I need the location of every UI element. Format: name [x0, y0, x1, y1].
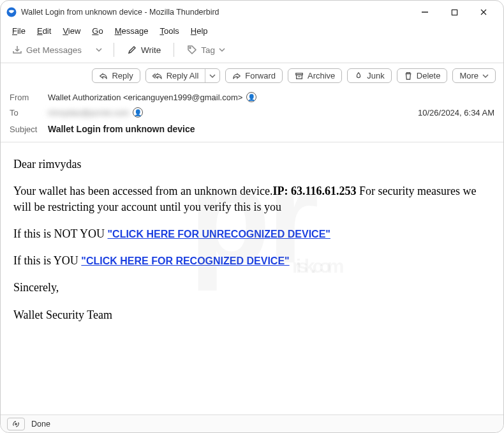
from-value: Wallet Authorization <ericanguyen1999@gm… [48, 92, 256, 102]
maximize-button[interactable] [440, 1, 469, 24]
greeting: Dear rimvydas [13, 156, 492, 172]
svg-point-9 [15, 423, 17, 424]
archive-icon [295, 72, 304, 80]
menu-tools[interactable]: Tools [154, 25, 184, 37]
forward-icon [232, 72, 241, 80]
toolbar: Get Messages Write Tag [1, 40, 503, 63]
svg-rect-2 [452, 10, 457, 15]
pencil-icon [127, 45, 137, 55]
to-label: To [10, 108, 48, 118]
subject-label: Subject [10, 125, 48, 134]
you-line: If this is YOU "CLICK HERE FOR RECOGNIZE… [13, 253, 492, 268]
close-button[interactable] [469, 1, 498, 24]
to-value: rimvydas@pcrisk.com 👤 [48, 107, 143, 118]
reply-all-icon [152, 72, 163, 80]
minimize-button[interactable] [410, 1, 440, 24]
download-icon [12, 45, 22, 55]
subject-row: Subject Wallet Login from unknown device [10, 120, 494, 137]
recognized-device-link[interactable]: "CLICK HERE FOR RECOGNIZED DEVICE" [81, 255, 289, 266]
trash-icon [404, 72, 413, 80]
signature: Wallet Security Team [13, 307, 492, 323]
svg-point-5 [189, 47, 191, 49]
reply-icon [99, 72, 108, 80]
menu-message[interactable]: Message [110, 25, 154, 37]
from-row: From Wallet Authorization <ericanguyen19… [10, 89, 494, 105]
thunderbird-icon [6, 6, 17, 18]
status-text: Done [31, 420, 50, 429]
write-button[interactable]: Write [123, 42, 165, 57]
menu-help[interactable]: Help [186, 25, 213, 37]
separator [174, 43, 174, 57]
window-controls [410, 1, 498, 24]
unrecognized-device-link[interactable]: "CLICK HERE FOR UNRECOGNIZED DEVICE" [108, 229, 330, 239]
window-title: Wallet Login from unknown device - Mozil… [21, 8, 219, 17]
get-messages-dropdown[interactable] [93, 47, 105, 53]
menu-go[interactable]: Go [87, 25, 108, 37]
message-headers: From Wallet Authorization <ericanguyen19… [1, 87, 503, 142]
get-messages-button[interactable]: Get Messages [8, 42, 85, 57]
junk-button[interactable]: Junk [347, 68, 391, 83]
sincerely: Sincerely, [13, 280, 492, 295]
from-label: From [10, 93, 48, 102]
menu-edit[interactable]: Edit [32, 25, 56, 37]
statusbar: Done [1, 414, 503, 432]
reply-all-dropdown[interactable] [205, 69, 219, 82]
more-button[interactable]: More [452, 68, 496, 83]
tag-icon [187, 45, 197, 55]
message-action-row: Reply Reply All Forward Archive Junk Del… [1, 63, 503, 87]
menu-file[interactable]: File [7, 25, 31, 37]
contact-icon[interactable]: 👤 [133, 107, 143, 118]
reply-all-button[interactable]: Reply All [145, 68, 221, 83]
paragraph-1: Your wallet has been accessed from an un… [13, 183, 492, 215]
to-row: To rimvydas@pcrisk.com 👤 10/26/2024, 6:3… [10, 105, 494, 120]
junk-icon [354, 72, 363, 80]
connection-status-icon[interactable] [7, 418, 25, 430]
menubar: File Edit View Go Message Tools Help [1, 24, 503, 40]
message-body: Dear rimvydas Your wallet has been acces… [1, 142, 503, 344]
delete-button[interactable]: Delete [397, 68, 448, 83]
tag-button[interactable]: Tag [183, 42, 229, 57]
message-date: 10/26/2024, 6:34 AM [418, 108, 494, 118]
chevron-down-icon [219, 47, 225, 53]
not-you-line: If this is NOT YOU "CLICK HERE FOR UNREC… [13, 226, 492, 241]
subject-value: Wallet Login from unknown device [48, 124, 195, 134]
menu-view[interactable]: View [57, 25, 85, 37]
chevron-down-icon [482, 73, 489, 79]
contact-icon[interactable]: 👤 [246, 92, 256, 102]
forward-button[interactable]: Forward [225, 68, 283, 83]
separator [114, 43, 114, 57]
reply-button[interactable]: Reply [92, 68, 140, 83]
archive-button[interactable]: Archive [288, 68, 342, 83]
titlebar: Wallet Login from unknown device - Mozil… [1, 1, 503, 24]
